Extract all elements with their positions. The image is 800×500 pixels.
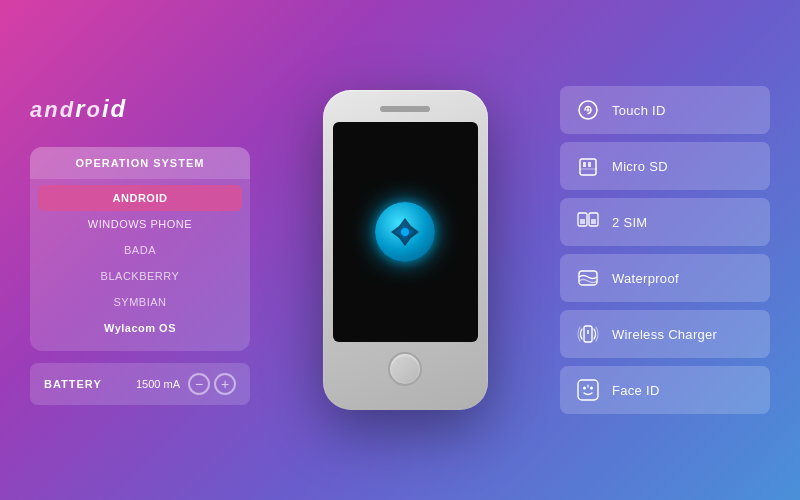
right-panel: Touch ID Micro SD 2 SIM: [560, 86, 770, 414]
phone-device: [323, 90, 488, 410]
os-item-android[interactable]: ANDROID: [38, 185, 242, 211]
battery-row: BATTERY 1500 mA − +: [30, 363, 250, 405]
phone-speaker: [380, 106, 430, 112]
left-panel: andrOID OPERATION SYSTEM ANDROID WINDOWS…: [30, 95, 250, 405]
svg-rect-7: [588, 162, 591, 167]
svg-rect-16: [578, 380, 598, 400]
wireless-charger-icon: [574, 320, 602, 348]
battery-label: BATTERY: [44, 378, 128, 390]
svg-rect-5: [580, 159, 596, 175]
face-id-icon: [574, 376, 602, 404]
sim-icon: [574, 208, 602, 236]
svg-point-4: [587, 109, 590, 112]
os-item-bada[interactable]: BADA: [38, 237, 242, 263]
phone-container: [250, 90, 560, 410]
app-title-area: andrOID: [30, 95, 250, 127]
battery-value: 1500 mA: [136, 378, 180, 390]
svg-rect-6: [583, 162, 586, 167]
touch-id-icon: [574, 96, 602, 124]
svg-rect-12: [591, 219, 596, 224]
app-title: andrOID: [30, 95, 250, 123]
os-item-blackberry[interactable]: BLACKBERRY: [38, 263, 242, 289]
battery-decrease-button[interactable]: −: [188, 373, 210, 395]
os-item-wylacom[interactable]: Wylacom OS: [38, 315, 242, 341]
phone-logo: [375, 202, 435, 262]
wireless-charger-label: Wireless Charger: [612, 327, 717, 342]
phone-home-button: [388, 352, 422, 386]
phone-logo-icon: [389, 216, 421, 248]
os-section-title: OPERATION SYSTEM: [30, 147, 250, 179]
feature-wireless-charger[interactable]: Wireless Charger: [560, 310, 770, 358]
face-id-label: Face ID: [612, 383, 660, 398]
battery-increase-button[interactable]: +: [214, 373, 236, 395]
waterproof-label: Waterproof: [612, 271, 679, 286]
battery-controls: − +: [188, 373, 236, 395]
sim-label: 2 SIM: [612, 215, 647, 230]
feature-micro-sd[interactable]: Micro SD: [560, 142, 770, 190]
svg-point-17: [583, 387, 586, 390]
os-item-symbian[interactable]: SYMBIAN: [38, 289, 242, 315]
svg-point-18: [590, 387, 593, 390]
svg-rect-10: [580, 219, 585, 224]
feature-face-id[interactable]: Face ID: [560, 366, 770, 414]
feature-touch-id[interactable]: Touch ID: [560, 86, 770, 134]
svg-point-2: [401, 228, 409, 236]
waterproof-icon: [574, 264, 602, 292]
micro-sd-icon: [574, 152, 602, 180]
os-panel: OPERATION SYSTEM ANDROID WINDOWS PHONE B…: [30, 147, 250, 351]
os-item-windows[interactable]: WINDOWS PHONE: [38, 211, 242, 237]
feature-waterproof[interactable]: Waterproof: [560, 254, 770, 302]
phone-screen: [333, 122, 478, 342]
micro-sd-label: Micro SD: [612, 159, 668, 174]
touch-id-label: Touch ID: [612, 103, 666, 118]
feature-2-sim[interactable]: 2 SIM: [560, 198, 770, 246]
